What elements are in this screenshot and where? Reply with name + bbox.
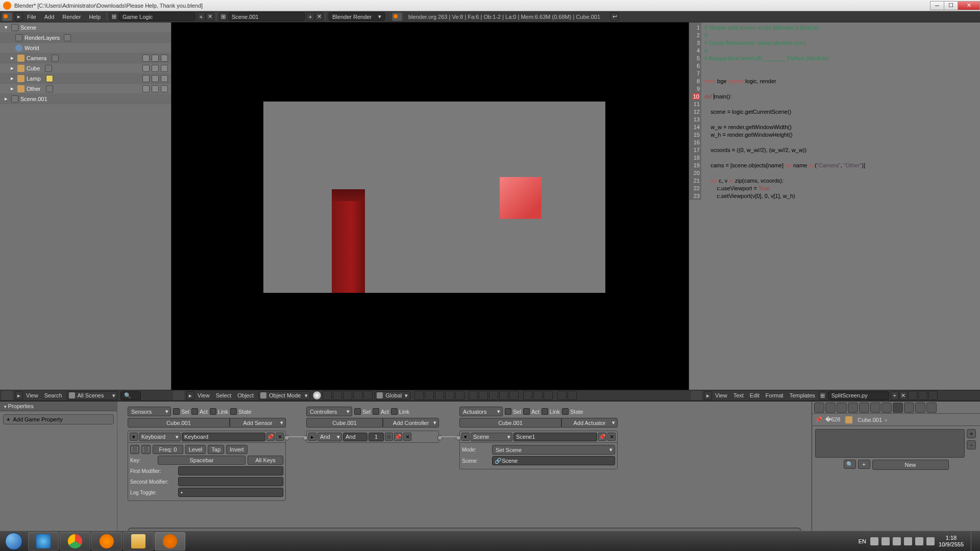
translate-manipulator[interactable]: [343, 391, 352, 400]
pin-button[interactable]: 📌: [266, 433, 275, 441]
object-tab[interactable]: [848, 403, 858, 413]
renderable-toggle[interactable]: [161, 55, 168, 62]
editor-type-icon[interactable]: [173, 391, 184, 400]
add-material-slot-button[interactable]: +: [967, 429, 976, 438]
collapse-brick-button[interactable]: ▾: [461, 433, 470, 441]
viewport-3d[interactable]: [172, 22, 689, 390]
lock-camera-toggle[interactable]: [523, 391, 532, 400]
outliner-lamp-row[interactable]: ▸ Lamp: [0, 73, 171, 84]
log-toggle-field[interactable]: •: [178, 488, 283, 497]
shading-select[interactable]: [312, 391, 322, 400]
maximize-button[interactable]: ☐: [944, 1, 958, 10]
layer-button[interactable]: [445, 391, 454, 400]
add-game-property-button[interactable]: Add Game Property: [3, 414, 114, 424]
controller-name-field[interactable]: And: [343, 433, 368, 441]
outliner-scene2-row[interactable]: ▸ Scene.001: [0, 94, 171, 104]
editor-type-icon[interactable]: [2, 391, 13, 400]
renderable-toggle[interactable]: [161, 85, 168, 92]
link-checkbox[interactable]: Link: [391, 408, 409, 415]
outliner-cube-row[interactable]: ▸ Cube: [0, 63, 171, 73]
ie-taskbar-button[interactable]: [28, 532, 59, 550]
select-menu[interactable]: Select: [213, 392, 235, 398]
selectable-toggle[interactable]: [152, 85, 159, 92]
line-numbers-toggle[interactable]: [908, 391, 917, 400]
layer-button[interactable]: [469, 391, 478, 400]
firefox-taskbar-button[interactable]: [91, 532, 122, 550]
text-view-menu[interactable]: View: [712, 392, 730, 398]
visibility-toggle[interactable]: [142, 65, 150, 72]
add-sensor-dropdown[interactable]: Add Sensor: [230, 418, 286, 428]
all-keys-button[interactable]: All Keys: [248, 456, 283, 465]
render-engine-select[interactable]: Blender Render▾: [329, 12, 385, 21]
scale-manipulator[interactable]: [363, 391, 373, 400]
language-indicator[interactable]: EN: [859, 538, 866, 544]
outliner-camera-row[interactable]: ▸ Camera: [0, 53, 171, 63]
syntax-highlight-toggle[interactable]: [928, 391, 938, 400]
layer-button[interactable]: [425, 391, 434, 400]
breadcrumb-object[interactable]: Cube.001: [857, 417, 882, 423]
start-button[interactable]: [0, 531, 28, 552]
outliner-filter-select[interactable]: All Scenes: [67, 391, 118, 400]
tree-collapse-icon[interactable]: ▾: [3, 24, 9, 31]
tray-shield-icon[interactable]: [881, 537, 890, 545]
render-opengl-button[interactable]: [557, 391, 567, 400]
outliner-view-menu[interactable]: View: [23, 392, 41, 398]
outliner-search-menu[interactable]: Search: [41, 392, 65, 398]
material-tab[interactable]: [893, 403, 903, 413]
rotate-manipulator[interactable]: [353, 391, 362, 400]
scene-add-button[interactable]: +: [306, 12, 314, 21]
screen-add-button[interactable]: +: [197, 12, 205, 21]
text-templates-menu[interactable]: Templates: [787, 392, 818, 398]
pin-button[interactable]: 📌: [598, 433, 606, 441]
object-menu[interactable]: Object: [234, 392, 257, 398]
actuator-type-select[interactable]: Scene: [471, 433, 512, 441]
tree-expand-icon[interactable]: ▸: [3, 95, 9, 102]
text-browse-icon[interactable]: ⊞: [819, 391, 827, 400]
constraints-tab[interactable]: [859, 403, 869, 413]
invert-button[interactable]: Invert: [226, 445, 248, 454]
view-menu[interactable]: View: [194, 392, 213, 398]
collapse-brick-button[interactable]: ▾: [130, 433, 138, 441]
new-material-button[interactable]: New: [872, 460, 949, 470]
chrome-taskbar-button[interactable]: [60, 532, 90, 550]
scene-name-field[interactable]: Scene.001: [228, 12, 305, 21]
tree-expand-icon[interactable]: ▸: [9, 85, 15, 92]
pin-icon[interactable]: 📌: [815, 416, 822, 423]
layer-button[interactable]: [499, 391, 508, 400]
selectable-toggle[interactable]: [152, 55, 159, 62]
selectable-toggle[interactable]: [152, 75, 159, 82]
blender-taskbar-button[interactable]: [155, 532, 185, 550]
outliner-search-field[interactable]: 🔍: [120, 391, 141, 400]
tray-action-center-icon[interactable]: [915, 537, 923, 545]
pulse-false-button[interactable]: ⋮⋮: [141, 445, 151, 454]
link-checkbox[interactable]: Link: [542, 408, 560, 415]
expand-menu-icon[interactable]: ▸: [15, 12, 23, 21]
expand-icon[interactable]: ▸: [15, 391, 23, 400]
outliner-world-row[interactable]: World: [0, 43, 171, 53]
text-text-menu[interactable]: Text: [730, 392, 747, 398]
visibility-toggle[interactable]: [142, 85, 150, 92]
scene-tab[interactable]: [825, 403, 836, 413]
delete-brick-button[interactable]: ✕: [607, 433, 616, 441]
selectable-toggle[interactable]: [152, 65, 159, 72]
material-slot-list[interactable]: [815, 429, 965, 458]
expand-icon[interactable]: ▸: [186, 391, 194, 400]
word-wrap-toggle[interactable]: [918, 391, 927, 400]
tree-expand-icon[interactable]: ▸: [9, 55, 15, 61]
remove-material-slot-button[interactable]: −: [967, 440, 976, 449]
add-controller-dropdown[interactable]: Add Controller: [383, 418, 439, 428]
visibility-toggle[interactable]: [142, 75, 150, 82]
minimize-button[interactable]: ─: [930, 1, 944, 10]
show-desktop-button[interactable]: [971, 532, 976, 551]
layer-button[interactable]: [455, 391, 464, 400]
actuator-name-field[interactable]: Scene1: [513, 433, 597, 441]
tray-volume-icon[interactable]: [926, 537, 935, 545]
act-checkbox[interactable]: Act: [191, 408, 208, 415]
close-button[interactable]: ✕: [958, 1, 980, 10]
add-actuator-dropdown[interactable]: Add Actuator: [561, 418, 618, 428]
layer-button[interactable]: [479, 391, 488, 400]
manipulator-toggle[interactable]: [333, 391, 342, 400]
tray-network-icon[interactable]: [904, 537, 912, 545]
second-modifier-field[interactable]: [178, 477, 283, 486]
act-checkbox[interactable]: Act: [523, 408, 540, 415]
